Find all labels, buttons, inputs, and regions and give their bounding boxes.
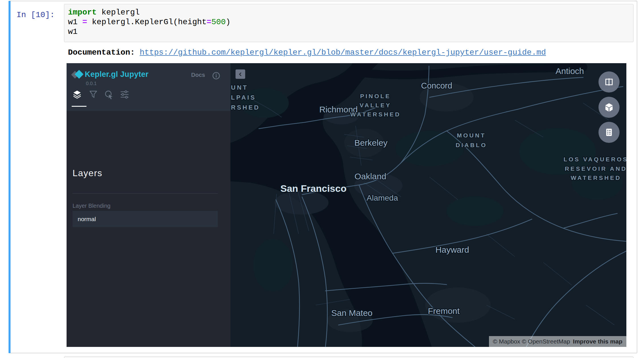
widget-title: Kepler.gl Jupyter [85,70,148,79]
city-label: Concord [421,81,452,90]
area-label: UNT [231,84,248,91]
area-label: MOUNT [457,132,486,139]
cell-input-prompt: In [10]: [16,10,59,20]
area-label: LPAIS [231,94,256,101]
code-line: w1 = keplergl.KeplerGl(height=500) [68,17,230,27]
area-label: RSHED [231,104,260,111]
area-label: WATERSHED [571,174,621,181]
attribution-text: © Mapbox © OpenStreetMap [493,338,570,345]
layers-panel: Layers Layer Blending normal [67,111,230,347]
kepler-side-panel: Kepler.gl Jupyter 0.0.1 Docs [67,63,230,347]
keplergl-widget: Kepler.gl Jupyter 0.0.1 Docs [67,63,626,347]
tab-settings[interactable] [120,90,130,104]
code-line: import keplergl [68,8,230,17]
chevron-left-icon [238,72,243,77]
city-label: San Mateo [331,308,372,318]
split-map-button[interactable] [598,71,620,92]
legend-icon [604,127,614,137]
city-label: Berkeley [354,138,388,147]
split-map-icon [604,77,614,87]
area-label: DIABLO [456,142,487,148]
improve-map-link[interactable]: Improve this map [573,338,622,345]
area-label: WATERSHED [350,111,401,118]
city-label: Fremont [428,306,460,316]
map-container: San FranciscoOaklandAlamedaBerkeleyRichm… [230,63,626,347]
city-label: Antioch [556,66,584,76]
city-label: Hayward [435,245,469,254]
area-label: LOS VAQUEROS [564,156,626,162]
doc-space [135,48,140,57]
next-cell-input-edge[interactable] [64,356,633,358]
area-label: VALLEY [360,102,391,108]
toggle-3d-button[interactable] [598,97,620,118]
widget-version: 0.0.1 [86,81,97,87]
show-legend-button[interactable] [598,122,620,143]
code-editor[interactable]: import keplerglw1 = keplergl.KeplerGl(he… [68,8,230,37]
docs-link[interactable]: Docs [191,72,205,78]
documentation-label: Documentation: [68,48,135,57]
cube-3d-icon [604,102,614,112]
layer-blending-select[interactable]: normal [73,211,218,227]
side-panel-tabs [67,88,230,111]
map-attribution: © Mapbox © OpenStreetMapImprove this map [489,336,626,347]
layer-blending-label: Layer Blending [73,203,110,209]
collapse-sidebar-button[interactable] [236,69,245,79]
documentation-link[interactable]: https://github.com/keplergl/kepler.gl/bl… [140,48,546,57]
city-label: Oakland [354,172,386,181]
area-label: PINOLE [360,93,391,99]
city-label: Alameda [367,194,398,202]
map-canvas[interactable]: San FranciscoOaklandAlamedaBerkeleyRichm… [230,63,626,347]
tab-layers[interactable] [73,90,82,104]
tab-interactions[interactable] [104,90,114,104]
info-icon[interactable] [212,72,220,80]
kepler-logo-icon [72,70,84,79]
tab-filters[interactable] [89,90,98,104]
cell-output-text: Documentation: https://github.com/kepler… [68,48,546,58]
side-panel-header: Kepler.gl Jupyter 0.0.1 Docs [67,63,230,111]
panel-title: Layers [73,168,102,178]
code-line: w1 [68,27,230,37]
area-label: RESEVOIR AND [565,165,626,172]
panel-divider [73,193,218,194]
active-tab-underline [72,106,86,107]
selected-cell-indicator [9,1,11,353]
city-label: San Francisco [280,183,346,194]
layer-blending-value: normal [78,216,96,223]
